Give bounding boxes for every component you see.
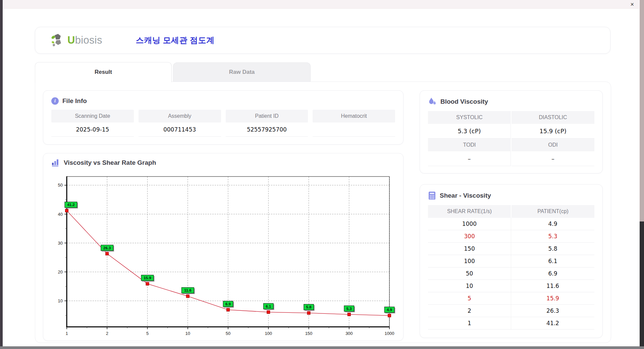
field-label: Scanning Date [51, 110, 134, 122]
shear-rate-value: 2 [428, 305, 511, 317]
patient-viscosity-value: 26.3 [511, 305, 594, 317]
window-right-edge-bottom [640, 221, 644, 346]
app-header: Ubiosis 스캐닝 모세관 점도계 [35, 27, 610, 54]
shear-viscosity-row: 506.9 [428, 267, 594, 280]
patient-viscosity-value: 41.2 [511, 317, 594, 329]
svg-text:10: 10 [185, 331, 190, 336]
svg-text:5.3: 5.3 [346, 307, 352, 311]
shear-viscosity-row: 1011.6 [428, 280, 594, 292]
todi-label: TODI [428, 139, 511, 151]
shear-rate-column-header: SHEAR RATE(1/s) [428, 205, 511, 218]
calculator-icon [428, 191, 436, 200]
logo-wordmark: Ubiosis [67, 34, 102, 46]
svg-text:50: 50 [226, 331, 230, 336]
systolic-value: 5.3 (cP) [428, 124, 511, 139]
shear-viscosity-table-header: SHEAR RATE(1/s) PATIENT(cp) [428, 205, 594, 218]
diastolic-value: 15.9 (cP) [512, 124, 594, 139]
patient-viscosity-value: 6.1 [511, 255, 594, 267]
svg-text:300: 300 [345, 331, 353, 336]
diastolic-label: DIASTOLIC [512, 111, 594, 124]
field-value: 000711453 [139, 122, 221, 137]
shear-viscosity-row: 1505.8 [428, 243, 594, 255]
svg-text:5: 5 [146, 331, 149, 336]
svg-text:40: 40 [58, 212, 63, 217]
shear-rate-value: 1000 [428, 218, 511, 230]
shear-viscosity-row: 515.9 [428, 292, 594, 305]
shear-viscosity-row: 226.3 [428, 305, 594, 317]
svg-text:15.9: 15.9 [144, 276, 151, 280]
shear-rate-value: 300 [428, 230, 511, 242]
patient-viscosity-value: 4.9 [511, 218, 594, 230]
graph-panel: Viscosity vs Shear Rate Graph 1020304050… [43, 153, 404, 341]
patient-viscosity-value: 15.9 [511, 292, 594, 304]
systolic-label: SYSTOLIC [428, 111, 511, 124]
close-icon[interactable]: × [630, 1, 634, 8]
field-label: Patient ID [226, 110, 308, 122]
field-value [313, 122, 395, 137]
patient-viscosity-value: 6.9 [511, 267, 594, 280]
todi-value: – [428, 151, 511, 166]
blood-viscosity-title: Blood Viscosity [440, 98, 488, 105]
blood-viscosity-table: SYSTOLIC DIASTOLIC 5.3 (cP) 15.9 (cP) TO… [428, 111, 594, 166]
shear-rate-value: 10 [428, 280, 511, 292]
page-title: 스캐닝 모세관 점도계 [136, 35, 215, 46]
ubiosis-logo-icon [51, 33, 66, 47]
shear-viscosity-row: 3005.3 [428, 230, 594, 243]
svg-text:6.1: 6.1 [266, 304, 271, 308]
patient-viscosity-value: 11.6 [511, 280, 594, 292]
svg-text:150: 150 [305, 331, 313, 336]
app-window: × Ubiosis 스캐닝 모세관 점도계 Result Raw Data i … [0, 0, 644, 349]
field-value: 52557925700 [226, 122, 308, 137]
blood-viscosity-panel: Blood Viscosity SYSTOLIC DIASTOLIC 5.3 (… [420, 90, 603, 173]
app-logo: Ubiosis [51, 33, 102, 47]
patient-viscosity-value: 5.3 [511, 230, 594, 242]
svg-text:11.6: 11.6 [184, 288, 192, 292]
shear-viscosity-row: 10004.9 [428, 218, 594, 230]
shear-viscosity-title: Shear - Viscosity [440, 192, 491, 199]
shear-viscosity-table-body: 10004.93005.31505.81006.1506.91011.6515.… [428, 218, 594, 330]
window-titlebar: × [3, 0, 639, 9]
patient-column-header: PATIENT(cp) [512, 205, 594, 218]
svg-text:20: 20 [58, 269, 63, 275]
svg-text:41.2: 41.2 [67, 203, 74, 207]
shear-viscosity-panel: Shear - Viscosity SHEAR RATE(1/s) PATIEN… [420, 184, 603, 338]
shear-rate-value: 50 [428, 267, 511, 280]
shear-rate-value: 1 [428, 317, 511, 329]
svg-text:5.8: 5.8 [306, 305, 312, 309]
svg-text:50: 50 [58, 183, 63, 188]
result-tab-content: i File Info Scanning DateAssemblyPatient… [35, 82, 611, 343]
tab-result[interactable]: Result [35, 62, 172, 82]
shear-viscosity-row: 1006.1 [428, 255, 594, 267]
field-label: Assembly [139, 110, 221, 122]
graph-title: Viscosity vs Shear Rate Graph [64, 159, 156, 166]
shear-rate-value: 100 [428, 255, 511, 267]
bar-chart-icon [51, 159, 60, 167]
file-info-panel: i File Info Scanning DateAssemblyPatient… [43, 90, 404, 145]
shear-rate-value: 5 [428, 292, 511, 304]
svg-text:1: 1 [65, 331, 68, 336]
odi-label: ODI [512, 139, 594, 151]
svg-text:30: 30 [58, 241, 63, 246]
svg-text:4.9: 4.9 [387, 308, 392, 312]
file-info-table: Scanning DateAssemblyPatient IDHematocri… [51, 110, 395, 137]
shear-viscosity-row: 141.2 [428, 317, 594, 330]
droplets-icon [428, 97, 437, 106]
file-info-title: File Info [62, 97, 87, 105]
svg-text:10: 10 [58, 298, 63, 303]
field-value: 2025-09-15 [51, 122, 134, 137]
odi-value: – [512, 151, 594, 166]
viscosity-chart: 10203040501251050100150300100041.226.315… [51, 172, 396, 340]
tab-raw-data[interactable]: Raw Data [173, 62, 311, 82]
svg-text:2: 2 [106, 331, 108, 336]
svg-text:1000: 1000 [385, 331, 394, 336]
shear-rate-value: 150 [428, 243, 511, 255]
svg-text:100: 100 [265, 331, 272, 336]
window-right-edge-top [640, 0, 644, 221]
svg-text:6.9: 6.9 [225, 302, 231, 306]
svg-text:26.3: 26.3 [103, 246, 111, 250]
patient-viscosity-value: 5.8 [511, 243, 594, 255]
info-icon: i [51, 97, 59, 105]
field-label: Hematocrit [313, 110, 395, 122]
window-bottom-edge [0, 346, 644, 349]
window-left-edge [0, 0, 3, 346]
